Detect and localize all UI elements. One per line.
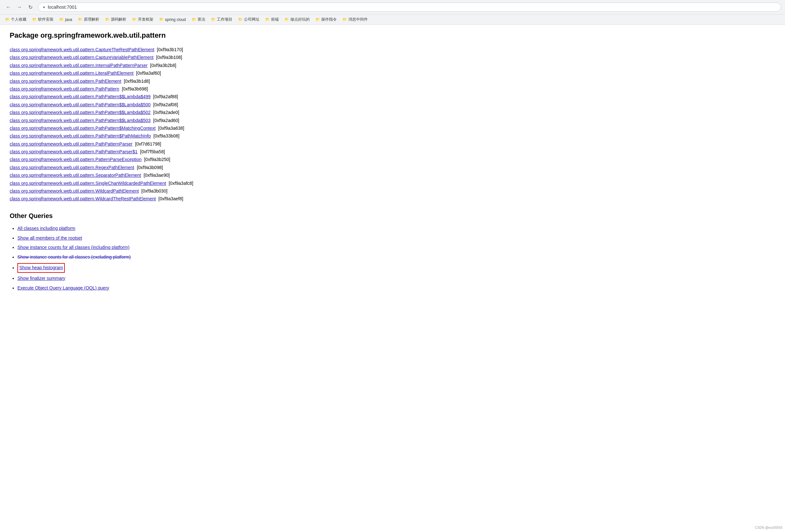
class-link[interactable]: class org.springframework.web.util.patte… xyxy=(10,157,142,162)
folder-icon: 📁 xyxy=(315,18,320,22)
bookmark-label: 工作项目 xyxy=(217,17,232,22)
folder-icon: 📁 xyxy=(105,18,109,22)
class-link[interactable]: class org.springframework.web.util.patte… xyxy=(10,71,133,76)
class-address: [0xf9a3b698] xyxy=(121,86,148,91)
class-item: class org.springframework.web.util.patte… xyxy=(10,85,441,92)
class-link[interactable]: class org.springframework.web.util.patte… xyxy=(10,86,119,91)
bookmark-label: 原理解析 xyxy=(84,17,99,22)
class-item: class org.springframework.web.util.patte… xyxy=(10,117,441,124)
class-link[interactable]: class org.springframework.web.util.patte… xyxy=(10,118,151,123)
forward-button[interactable]: → xyxy=(15,3,24,11)
class-item: class org.springframework.web.util.patte… xyxy=(10,132,441,139)
bookmark-label: 做点好玩的 xyxy=(290,17,310,22)
class-link[interactable]: class org.springframework.web.util.patte… xyxy=(10,110,151,115)
bookmark-label: 算法 xyxy=(198,17,205,22)
class-item: class org.springframework.web.util.patte… xyxy=(10,171,441,179)
class-address: [0xf9a3b2b8] xyxy=(149,63,176,68)
class-address: [0xf9a2ad60] xyxy=(152,118,179,123)
bookmark-label: 前端 xyxy=(271,17,279,22)
query-link[interactable]: Show instance counts for all classes (ex… xyxy=(18,255,131,260)
class-item: class org.springframework.web.util.patte… xyxy=(10,109,441,116)
bookmark-label: 开发框架 xyxy=(138,17,153,22)
bookmark-item[interactable]: 📁公司网址 xyxy=(235,16,262,23)
class-address: [0xf9a3a638] xyxy=(157,126,184,131)
class-address: [0xf9a3b030] xyxy=(140,188,168,193)
class-address: [0xf9a3b108] xyxy=(155,55,182,60)
bookmark-item[interactable]: 📁工作项目 xyxy=(208,16,235,23)
class-link[interactable]: class org.springframework.web.util.patte… xyxy=(10,149,137,154)
bookmark-item[interactable]: 📁原理解析 xyxy=(75,16,102,23)
folder-icon: 📁 xyxy=(284,18,289,22)
list-item: All classes including platform xyxy=(18,225,441,233)
class-address: [0xf9a3b250] xyxy=(143,157,170,162)
class-address: [0xf9a3af60] xyxy=(135,71,161,76)
back-button[interactable]: ← xyxy=(4,3,13,11)
query-link[interactable]: Show all members of the rootset xyxy=(18,235,82,241)
class-link[interactable]: class org.springframework.web.util.patte… xyxy=(10,172,141,178)
list-item: Show instance counts for all classes (in… xyxy=(18,244,441,251)
browser-toolbar: ← → ↻ ● localhost:7001 xyxy=(0,0,785,15)
reload-button[interactable]: ↻ xyxy=(26,3,35,11)
class-address: [0xf9a2af88] xyxy=(152,94,178,99)
class-link[interactable]: class org.springframework.web.util.patte… xyxy=(10,63,148,68)
class-link[interactable]: class org.springframework.web.util.patte… xyxy=(10,188,139,193)
class-link[interactable]: class org.springframework.web.util.patte… xyxy=(10,141,132,147)
nav-buttons: ← → ↻ xyxy=(4,3,35,11)
bookmark-item[interactable]: 📁前端 xyxy=(263,16,281,23)
class-list: class org.springframework.web.util.patte… xyxy=(10,46,441,203)
class-link[interactable]: class org.springframework.web.util.patte… xyxy=(10,55,153,60)
class-link[interactable]: class org.springframework.web.util.patte… xyxy=(10,94,151,99)
bookmark-item[interactable]: 📁做点好玩的 xyxy=(282,16,312,23)
bookmark-item[interactable]: 📁spring cloud xyxy=(157,17,188,23)
query-link[interactable]: Execute Object Query Language (OQL) quer… xyxy=(18,285,109,291)
class-link[interactable]: class org.springframework.web.util.patte… xyxy=(10,126,156,131)
folder-icon: 📁 xyxy=(159,18,164,22)
query-link[interactable]: Show finalizer summary xyxy=(18,276,66,281)
folder-icon: 📁 xyxy=(5,18,10,22)
class-item: class org.springframework.web.util.patte… xyxy=(10,156,441,163)
query-link[interactable]: Show instance counts for all classes (in… xyxy=(18,245,130,250)
class-address: [0xf7d61798] xyxy=(134,141,161,147)
class-link[interactable]: class org.springframework.web.util.patte… xyxy=(10,47,154,52)
class-address: [0xf9a33b08] xyxy=(152,133,179,138)
class-item: class org.springframework.web.util.patte… xyxy=(10,140,441,148)
class-item: class org.springframework.web.util.patte… xyxy=(10,78,441,85)
class-address: [0xf9a2af08] xyxy=(152,102,178,107)
class-link[interactable]: class org.springframework.web.util.patte… xyxy=(10,79,121,84)
list-item: Show heap histogram xyxy=(18,263,441,273)
bookmark-item[interactable]: 📁软件安装 xyxy=(30,16,56,23)
bookmark-label: java xyxy=(65,18,72,22)
bookmark-item[interactable]: 📁算法 xyxy=(189,16,208,23)
other-queries-list: All classes including platformShow all m… xyxy=(10,225,441,292)
folder-icon: 📁 xyxy=(132,18,137,22)
class-address: [0xf9a3b1d8] xyxy=(123,79,150,84)
class-link[interactable]: class org.springframework.web.util.patte… xyxy=(10,133,151,138)
bookmark-item[interactable]: 📁个人收藏 xyxy=(3,16,29,23)
bookmark-label: 源码解析 xyxy=(111,17,126,22)
class-item: class org.springframework.web.util.patte… xyxy=(10,93,441,100)
bookmark-item[interactable]: 📁消息中间件 xyxy=(340,16,370,23)
class-item: class org.springframework.web.util.patte… xyxy=(10,195,441,202)
bookmark-item[interactable]: 📁java xyxy=(57,17,75,23)
class-link[interactable]: class org.springframework.web.util.patte… xyxy=(10,165,134,170)
bookmark-label: 个人收藏 xyxy=(11,17,26,22)
folder-icon: 📁 xyxy=(265,18,270,22)
main-content: Package org.springframework.web.util.pat… xyxy=(0,25,451,307)
class-address: [0xf9a2ade0] xyxy=(152,110,179,115)
bookmark-item[interactable]: 📁源码解析 xyxy=(102,16,129,23)
address-bar[interactable]: ● localhost:7001 xyxy=(38,3,781,11)
bookmark-item[interactable]: 📁开发框架 xyxy=(130,16,156,23)
bookmark-label: 公司网址 xyxy=(244,17,259,22)
class-link[interactable]: class org.springframework.web.util.patte… xyxy=(10,196,156,201)
query-link[interactable]: All classes including platform xyxy=(18,226,75,231)
list-item: Show finalizer summary xyxy=(18,275,441,283)
class-item: class org.springframework.web.util.patte… xyxy=(10,54,441,61)
class-address: [0xf9a3aef8] xyxy=(157,196,183,201)
class-link[interactable]: class org.springframework.web.util.patte… xyxy=(10,102,151,107)
other-queries-title: Other Queries xyxy=(10,212,441,220)
query-link[interactable]: Show heap histogram xyxy=(19,265,63,270)
url-text: localhost:7001 xyxy=(48,4,77,10)
class-link[interactable]: class org.springframework.web.util.patte… xyxy=(10,181,166,186)
class-item: class org.springframework.web.util.patte… xyxy=(10,148,441,155)
bookmark-item[interactable]: 📁操作指令 xyxy=(313,16,339,23)
